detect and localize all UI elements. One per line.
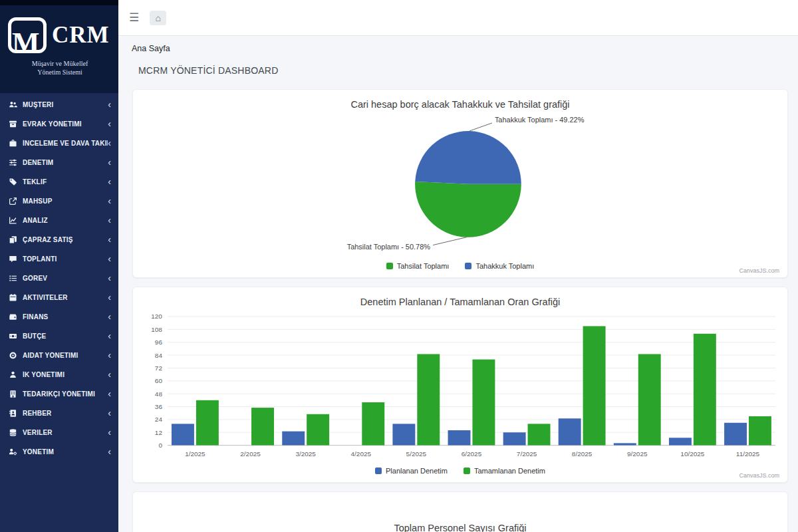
bar-tamamlanan-denetim-4-2025[interactable] bbox=[362, 402, 384, 446]
bar-planlanan-denetim-9-2025[interactable] bbox=[614, 443, 636, 445]
address-book-icon bbox=[9, 409, 17, 418]
chevron-left-icon: ‹ bbox=[108, 408, 111, 418]
breadcrumb-home-link[interactable]: Ana Sayfa bbox=[132, 44, 170, 53]
pie-slice[interactable] bbox=[415, 131, 521, 184]
legend-swatch bbox=[465, 263, 471, 269]
y-tick-label: 60 bbox=[155, 377, 163, 384]
sidebar-item-apraz-sati[interactable]: ÇAPRAZ SATIŞ‹ bbox=[0, 230, 118, 249]
sidebar-item-label: AIDAT YÖNETIMI bbox=[23, 352, 108, 359]
pie-label-connector bbox=[469, 123, 492, 131]
sliders-icon bbox=[9, 158, 17, 167]
brand-subtitle: Müşavir ve Mükellef Yönetim Sistemi bbox=[8, 59, 112, 76]
money-bill-icon bbox=[9, 332, 17, 340]
bar-tamamlanan-denetim-5-2025[interactable] bbox=[417, 354, 440, 445]
sidebar-item-label: TEKLIF bbox=[23, 178, 108, 186]
sidebar-item-i-nceleme-ve-dava-takip[interactable]: İNCELEME VE DAVA TAKIP‹ bbox=[0, 134, 118, 153]
sidebar-item-g-rev[interactable]: GÖREV‹ bbox=[0, 269, 118, 288]
pie-slice-label: Tahsilat Toplamı - 50.78% bbox=[347, 243, 431, 251]
users-cog-icon bbox=[9, 448, 17, 456]
bar-chart-legend: Planlanan DenetimTamamlanan Denetim bbox=[138, 465, 782, 479]
chevron-left-icon: ‹ bbox=[108, 158, 111, 167]
sidebar-item-veriler[interactable]: VERILER‹ bbox=[0, 423, 118, 442]
legend-item-planlanan-denetim[interactable]: Planlanan Denetim bbox=[375, 467, 448, 475]
tag-icon bbox=[9, 178, 17, 186]
mcrm-logo-mark: M bbox=[8, 17, 47, 53]
sidebar-item-label: YÖNETIM bbox=[23, 448, 108, 456]
app-root: M CRM Müşavir ve Mükellef Yönetim Sistem… bbox=[0, 0, 798, 532]
bar-planlanan-denetim-1-2025[interactable] bbox=[172, 424, 194, 445]
menu-toggle-icon[interactable]: ☰ bbox=[129, 11, 139, 25]
bar-tamamlanan-denetim-1-2025[interactable] bbox=[196, 400, 219, 445]
legend-label: Tahakkuk Toplamı bbox=[475, 262, 534, 270]
sidebar-item-tedarik-i-y-netimi[interactable]: TEDARIKÇI YÖNETIMI‹ bbox=[0, 384, 118, 404]
calendar-icon bbox=[9, 293, 17, 302]
sidebar-item-toplanti[interactable]: TOPLANTI‹ bbox=[0, 249, 118, 269]
sidebar-item-teklif[interactable]: TEKLIF‹ bbox=[0, 172, 118, 192]
bar-tamamlanan-denetim-9-2025[interactable] bbox=[638, 354, 661, 445]
legend-item-tahakkuk-toplam[interactable]: Tahakkuk Toplamı bbox=[465, 262, 534, 270]
sidebar-item-aktiviteler[interactable]: AKTIVITELER‹ bbox=[0, 288, 118, 307]
canvasjs-watermark[interactable]: CanvasJS.com bbox=[739, 267, 779, 274]
sidebar-item-mahsup[interactable]: MAHSUP‹ bbox=[0, 192, 118, 211]
sidebar-item-label: REHBER bbox=[23, 410, 108, 417]
bar-planlanan-denetim-3-2025[interactable] bbox=[282, 431, 305, 445]
sidebar-item-evrak-y-netimi[interactable]: EVRAK YÖNETIMI‹ bbox=[0, 114, 118, 134]
pie-chart-title: Cari hesap borç alacak Tahakkuk ve Tahsi… bbox=[138, 98, 782, 112]
bar-chart: 012243648607284961081201/20252/20253/202… bbox=[138, 310, 782, 466]
sidebar-item-denetim[interactable]: DENETIM‹ bbox=[0, 153, 118, 172]
sidebar-item-b-t-e[interactable]: BÜTÇE‹ bbox=[0, 327, 118, 346]
main-area: ☰ ⌂ Ana Sayfa MCRM YÖNETİCİ DASHBOARD Ca… bbox=[118, 0, 798, 532]
sidebar-item-m-teri[interactable]: MÜŞTERI‹ bbox=[0, 95, 118, 114]
bar-tamamlanan-denetim-11-2025[interactable] bbox=[749, 416, 771, 445]
pie-label-connector bbox=[433, 237, 467, 245]
sidebar-nav: MÜŞTERI‹EVRAK YÖNETIMI‹İNCELEME VE DAVA … bbox=[0, 93, 118, 462]
bar-tamamlanan-denetim-8-2025[interactable] bbox=[583, 326, 606, 445]
chevron-left-icon: ‹ bbox=[108, 428, 111, 437]
breadcrumb: Ana Sayfa bbox=[132, 44, 798, 53]
sidebar-item-y-netim[interactable]: YÖNETIM‹ bbox=[0, 442, 118, 462]
chart-line-icon bbox=[9, 216, 17, 225]
bar-planlanan-denetim-6-2025[interactable] bbox=[448, 430, 471, 446]
sidebar-item-label: ÇAPRAZ SATIŞ bbox=[23, 236, 108, 243]
bar-planlanan-denetim-5-2025[interactable] bbox=[392, 424, 415, 445]
chevron-left-icon: ‹ bbox=[108, 389, 111, 398]
bar-tamamlanan-denetim-10-2025[interactable] bbox=[694, 333, 716, 445]
bar-planlanan-denetim-8-2025[interactable] bbox=[559, 418, 581, 445]
y-tick-label: 120 bbox=[151, 313, 162, 320]
chevron-left-icon: ‹ bbox=[108, 235, 111, 244]
home-icon: ⌂ bbox=[156, 13, 161, 23]
x-tick-label: 7/2025 bbox=[517, 450, 537, 457]
x-tick-label: 9/2025 bbox=[627, 450, 648, 457]
chat-icon bbox=[9, 255, 17, 263]
bar-planlanan-denetim-7-2025[interactable] bbox=[503, 432, 526, 445]
brand-logo[interactable]: M CRM Müşavir ve Mükellef Yönetim Sistem… bbox=[0, 0, 118, 93]
sidebar-item-aidat-y-netimi[interactable]: AIDAT YÖNETIMI‹ bbox=[0, 346, 118, 365]
bar-planlanan-denetim-10-2025[interactable] bbox=[669, 438, 692, 445]
legend-item-tamamlanan-denetim[interactable]: Tamamlanan Denetim bbox=[464, 467, 545, 475]
canvasjs-watermark[interactable]: CanvasJS.com bbox=[739, 472, 779, 479]
chevron-left-icon: ‹ bbox=[108, 215, 111, 225]
chevron-left-icon: ‹ bbox=[108, 273, 111, 283]
sidebar-item-label: GÖREV bbox=[23, 275, 108, 282]
sidebar-item-rehber[interactable]: REHBER‹ bbox=[0, 404, 118, 423]
bar-tamamlanan-denetim-7-2025[interactable] bbox=[528, 424, 551, 445]
briefcase-icon bbox=[9, 139, 17, 148]
sidebar-item-i-k-y-netimi[interactable]: İK YÖNETIMI‹ bbox=[0, 365, 118, 384]
bar-tamamlanan-denetim-2-2025[interactable] bbox=[251, 408, 274, 445]
y-tick-label: 24 bbox=[155, 416, 163, 423]
legend-label: Tahsilat Toplamı bbox=[397, 262, 450, 270]
users-icon bbox=[9, 100, 17, 109]
bar-tamamlanan-denetim-6-2025[interactable] bbox=[472, 359, 495, 445]
sidebar-item-label: ANALIZ bbox=[23, 217, 108, 224]
home-button[interactable]: ⌂ bbox=[150, 11, 166, 25]
bar-tamamlanan-denetim-3-2025[interactable] bbox=[307, 414, 329, 445]
bar-planlanan-denetim-11-2025[interactable] bbox=[724, 422, 747, 445]
legend-item-tahsilat-toplam[interactable]: Tahsilat Toplamı bbox=[386, 262, 450, 270]
sidebar-item-finans[interactable]: FINANS‹ bbox=[0, 307, 118, 327]
x-tick-label: 8/2025 bbox=[572, 450, 593, 457]
pie-slice[interactable] bbox=[415, 182, 521, 237]
sidebar-item-label: İNCELEME VE DAVA TAKIP bbox=[23, 140, 108, 147]
sidebar-item-analiz[interactable]: ANALIZ‹ bbox=[0, 211, 118, 230]
sidebar-item-label: MAHSUP bbox=[23, 198, 108, 205]
x-tick-label: 2/2025 bbox=[240, 450, 261, 457]
